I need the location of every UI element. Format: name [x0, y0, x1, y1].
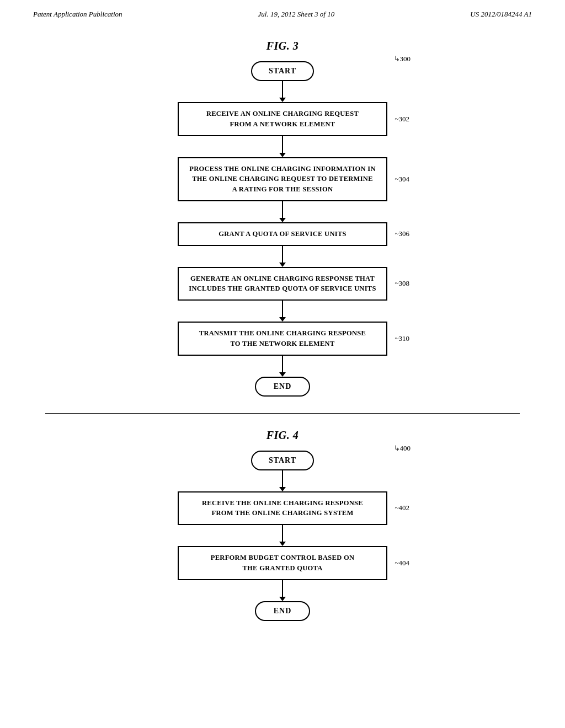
fig3-step306-row: GRANT A QUOTA OF SERVICE UNITS ~306 [139, 222, 426, 246]
arrow-f4-2 [279, 525, 286, 546]
fig3-step308-row: GENERATE AN ONLINE CHARGING RESPONSE THA… [139, 267, 426, 301]
fig3-step308-text: GENERATE AN ONLINE CHARGING RESPONSE THA… [189, 275, 376, 293]
arrow-5 [279, 301, 286, 322]
fig3-step304-ref: ~304 [395, 175, 409, 184]
header-left: Patent Application Publication [33, 10, 122, 19]
fig3-step304-row: PROCESS THE ONLINE CHARGING INFORMATION … [139, 157, 426, 201]
fig-separator [45, 413, 520, 414]
arrow-f4-1 [279, 470, 286, 491]
fig3-step310-row: TRANSMIT THE ONLINE CHARGING RESPONSETO … [139, 322, 426, 356]
fig3-title: FIG. 3 [266, 40, 299, 52]
header-right: US 2012/0184244 A1 [470, 10, 532, 19]
fig3-step302-box: RECEIVE AN ONLINE CHARGING REQUESTFROM A… [178, 102, 387, 136]
fig3-step304-text: PROCESS THE ONLINE CHARGING INFORMATION … [189, 165, 376, 194]
fig4-step404-text: PERFORM BUDGET CONTROL BASED ONTHE GRANT… [211, 554, 355, 572]
fig3-step308-ref: ~308 [395, 279, 409, 288]
fig3-step308-box: GENERATE AN ONLINE CHARGING RESPONSE THA… [178, 267, 387, 301]
arrow-1 [279, 81, 286, 102]
fig3-step310-box: TRANSMIT THE ONLINE CHARGING RESPONSETO … [178, 322, 387, 356]
fig3-step302-row: RECEIVE AN ONLINE CHARGING REQUESTFROM A… [139, 102, 426, 136]
page-header: Patent Application Publication Jul. 19, … [0, 0, 565, 24]
fig4-start-row: START [139, 451, 426, 470]
fig3-start-row: START [139, 61, 426, 81]
fig3-step310-text: TRANSMIT THE ONLINE CHARGING RESPONSETO … [199, 329, 366, 347]
fig3-step302-ref: ~302 [395, 115, 409, 124]
fig4-step404-ref: ~404 [395, 559, 409, 568]
fig4-step402-row: RECEIVE THE ONLINE CHARGING RESPONSEFROM… [139, 491, 426, 526]
fig3-step306-text: GRANT A QUOTA OF SERVICE UNITS [218, 230, 347, 238]
arrow-4 [279, 246, 286, 267]
fig3-step306-ref: ~306 [395, 229, 409, 238]
fig4-step402-text: RECEIVE THE ONLINE CHARGING RESPONSEFROM… [202, 499, 363, 517]
fig4-step402-ref: ~402 [395, 504, 409, 512]
fig3-end-oval: END [255, 377, 310, 397]
fig3-end-row: END [139, 377, 426, 397]
fig4-step404-box: PERFORM BUDGET CONTROL BASED ONTHE GRANT… [178, 546, 387, 580]
arrow-6 [279, 356, 286, 377]
arrow-f4-3 [279, 580, 286, 601]
fig4-title: FIG. 4 [266, 429, 299, 442]
fig4-step402-box: RECEIVE THE ONLINE CHARGING RESPONSEFROM… [178, 491, 387, 526]
fig3-step302-text: RECEIVE AN ONLINE CHARGING REQUESTFROM A… [206, 110, 359, 128]
fig4-start-oval: START [251, 451, 314, 470]
fig3-step306-box: GRANT A QUOTA OF SERVICE UNITS [178, 222, 387, 246]
main-content: FIG. 3 ↳300 START RECEIVE AN ONLINE CHAR… [0, 24, 565, 632]
arrow-2 [279, 136, 286, 157]
fig3-step304-box: PROCESS THE ONLINE CHARGING INFORMATION … [178, 157, 387, 201]
fig3-start-oval: START [251, 61, 314, 81]
fig3-step310-ref: ~310 [395, 334, 409, 343]
fig4-flowchart: ↳400 START RECEIVE THE ONLINE CHARGING R… [139, 448, 426, 621]
fig4-end-row: END [139, 601, 426, 621]
fig4-step404-row: PERFORM BUDGET CONTROL BASED ONTHE GRANT… [139, 546, 426, 580]
arrow-3 [279, 201, 286, 222]
fig4-end-oval: END [255, 601, 310, 621]
header-center: Jul. 19, 2012 Sheet 3 of 10 [258, 10, 335, 19]
fig3-flowchart: ↳300 START RECEIVE AN ONLINE CHARGING RE… [139, 59, 426, 397]
